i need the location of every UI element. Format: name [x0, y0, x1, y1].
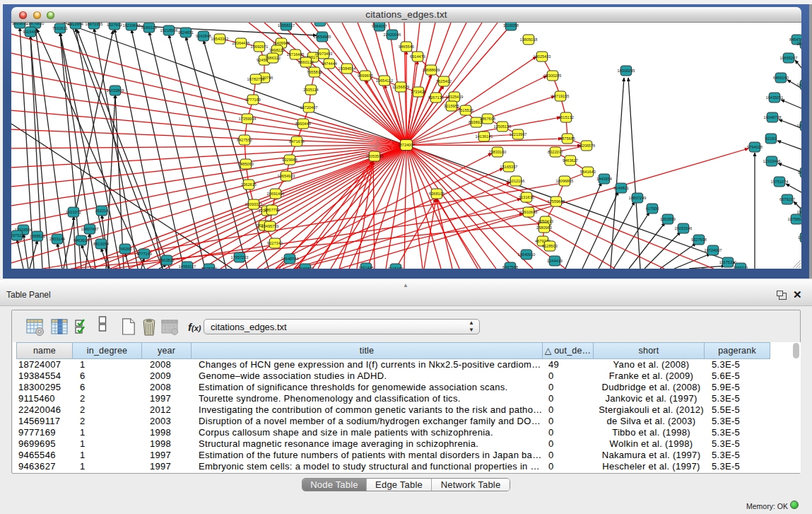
svg-text:10025433: 10025433	[534, 54, 551, 59]
svg-text:10807487: 10807487	[81, 227, 99, 231]
svg-text:10756928: 10756928	[788, 217, 801, 221]
svg-text:15692971: 15692971	[251, 45, 269, 49]
svg-text:12093322: 12093322	[245, 202, 263, 206]
svg-text:16705148: 16705148	[797, 83, 801, 87]
svg-text:8267130: 8267130	[428, 95, 444, 100]
svg-text:2803144: 2803144	[49, 237, 65, 241]
svg-text:8813054: 8813054	[93, 242, 109, 246]
svg-text:19654985: 19654985	[314, 35, 331, 39]
svg-text:3875685: 3875685	[560, 136, 575, 141]
svg-text:8471676: 8471676	[289, 139, 305, 144]
svg-text:9465546: 9465546	[399, 45, 414, 49]
svg-text:9474444: 9474444	[322, 62, 337, 66]
svg-text:15716485: 15716485	[287, 52, 305, 57]
svg-text:18096865: 18096865	[556, 179, 574, 183]
svg-text:19563180: 19563180	[797, 210, 801, 214]
svg-text:1527602: 1527602	[107, 23, 122, 27]
svg-text:8678354: 8678354	[201, 267, 217, 269]
svg-text:6679197: 6679197	[779, 197, 795, 201]
svg-text:18724007: 18724007	[705, 248, 722, 252]
svg-text:13654923: 13654923	[278, 174, 295, 178]
svg-text:16648784: 16648784	[281, 257, 299, 261]
svg-text:8660124: 8660124	[298, 60, 314, 64]
svg-text:13325419: 13325419	[446, 95, 464, 99]
svg-text:2580963: 2580963	[536, 226, 552, 230]
svg-text:6914479: 6914479	[410, 54, 425, 59]
svg-text:6497568: 6497568	[502, 265, 518, 269]
svg-text:1244419: 1244419	[547, 259, 563, 263]
svg-text:746266: 746266	[119, 247, 132, 251]
svg-text:16543362: 16543362	[211, 37, 229, 41]
svg-text:7515526: 7515526	[458, 108, 473, 112]
svg-text:1385239: 1385239	[798, 235, 801, 240]
svg-text:2867608: 2867608	[480, 117, 495, 121]
svg-text:18807249: 18807249	[629, 196, 647, 200]
svg-text:1621072: 1621072	[66, 210, 81, 214]
svg-text:10655267: 10655267	[780, 56, 798, 60]
svg-text:7485063: 7485063	[238, 162, 254, 166]
svg-text:9794028: 9794028	[747, 145, 763, 149]
svg-text:13805018: 13805018	[520, 37, 538, 42]
svg-text:17957253: 17957253	[231, 255, 249, 259]
svg-text:2935114: 2935114	[303, 88, 318, 92]
svg-text:17359934: 17359934	[239, 117, 257, 121]
svg-text:12323446: 12323446	[763, 159, 781, 163]
svg-text:8427552: 8427552	[237, 138, 252, 142]
svg-text:5641643: 5641643	[580, 170, 596, 174]
svg-text:16046738: 16046738	[764, 115, 782, 119]
svg-text:12975115: 12975115	[11, 233, 25, 238]
svg-text:9699695: 9699695	[358, 74, 373, 78]
svg-text:9436057: 9436057	[798, 170, 801, 175]
svg-text:9463627: 9463627	[563, 158, 578, 163]
svg-text:7625402: 7625402	[436, 79, 452, 83]
svg-text:13910648: 13910648	[520, 210, 538, 214]
svg-text:9329966: 9329966	[282, 158, 298, 162]
svg-text:16033809: 16033809	[107, 88, 124, 93]
svg-text:62160: 62160	[765, 136, 777, 141]
svg-text:9115460: 9115460	[388, 267, 403, 269]
svg-text:1733426: 1733426	[411, 90, 426, 94]
svg-text:10654112: 10654112	[376, 78, 393, 83]
svg-text:9857791: 9857791	[264, 208, 280, 212]
svg-text:9463627: 9463627	[73, 238, 89, 243]
svg-text:9777169: 9777169	[136, 252, 152, 256]
svg-text:252214: 252214	[95, 209, 109, 213]
svg-text:15165337: 15165337	[500, 165, 518, 169]
svg-text:20691406: 20691406	[267, 192, 285, 196]
svg-text:3215955: 3215955	[444, 104, 459, 108]
svg-text:10688609: 10688609	[423, 68, 440, 72]
svg-text:20994697: 20994697	[797, 42, 801, 46]
svg-text:1615132: 1615132	[558, 115, 574, 119]
svg-text:15720407: 15720407	[300, 105, 318, 110]
svg-text:3131636: 3131636	[519, 195, 534, 199]
svg-text:10958117: 10958117	[278, 23, 295, 28]
svg-text:22053595: 22053595	[366, 154, 384, 158]
svg-text:417006: 417006	[646, 206, 659, 211]
svg-text:6368105: 6368105	[429, 192, 445, 196]
svg-text:3498222: 3498222	[269, 48, 285, 52]
svg-text:7632621: 7632621	[52, 26, 68, 30]
svg-text:7663822: 7663822	[159, 258, 175, 262]
svg-text:9327508: 9327508	[691, 238, 707, 242]
svg-text:11409948: 11409948	[273, 41, 290, 45]
svg-text:13495759: 13495759	[261, 224, 279, 228]
svg-text:16640910: 16640910	[518, 252, 536, 257]
svg-text:16210643: 16210643	[123, 23, 141, 28]
svg-text:9115460: 9115460	[23, 30, 37, 34]
svg-text:22420046: 22420046	[384, 33, 401, 37]
svg-text:14136141: 14136141	[476, 134, 493, 139]
svg-text:8186323: 8186323	[141, 25, 157, 30]
svg-text:11156829: 11156829	[392, 85, 409, 89]
svg-text:10973493: 10973493	[315, 52, 333, 56]
svg-text:14569117: 14569117	[179, 264, 196, 269]
svg-text:20206576: 20206576	[578, 144, 596, 148]
svg-text:21012166: 21012166	[507, 179, 525, 183]
svg-text:11675310: 11675310	[719, 260, 736, 264]
svg-text:1588520: 1588520	[30, 234, 45, 238]
svg-text:9227342: 9227342	[267, 241, 283, 245]
svg-text:18300295: 18300295	[618, 69, 635, 73]
svg-text:19384554: 19384554	[339, 66, 356, 71]
svg-text:9524851: 9524851	[178, 30, 194, 35]
svg-text:19166827: 19166827	[297, 267, 314, 269]
svg-text:1362615: 1362615	[241, 182, 257, 187]
